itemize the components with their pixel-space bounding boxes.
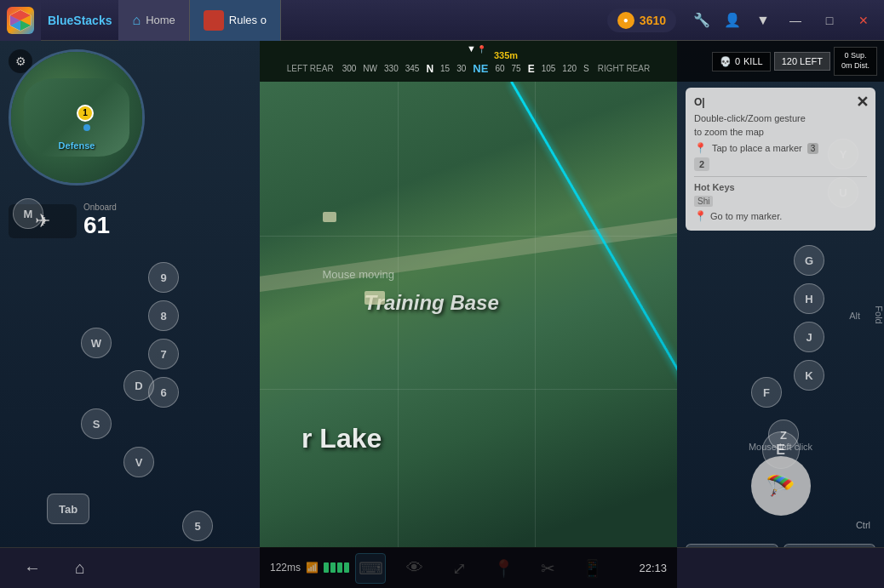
j-key[interactable]: J — [794, 322, 824, 352]
grid-v2 — [535, 82, 536, 547]
kill-label: KILL — [743, 56, 763, 66]
tick-ne: NE — [471, 62, 490, 75]
goto-marker-item: 📍 Go to my marker. — [694, 210, 867, 222]
game-bottom-bar: 122ms 📶 22:13 — [260, 547, 677, 588]
dist-label: 0m Dist. — [841, 61, 870, 71]
shift-row: Shi — [694, 196, 867, 207]
tick-n: N — [424, 63, 435, 75]
popup-divider — [694, 176, 867, 177]
goto-marker-icon: 📍 — [694, 210, 707, 222]
distance-indicator: 335m — [494, 50, 518, 60]
popup-title: O| — [694, 96, 867, 108]
compass-bar: 335m 📍 ▼ LEFT REAR 300 NW 330 345 N 15 3… — [260, 41, 677, 82]
skull-icon: 💀 — [720, 56, 732, 67]
battery-seg-4 — [344, 562, 349, 573]
popup-close-button[interactable]: ✕ — [856, 93, 869, 111]
home-tab-label: Home — [146, 14, 175, 26]
hud-bar: 💀 0 KILL 120 LEFT 0 Sup. 0m Dist. — [677, 41, 884, 82]
z-key[interactable]: Z — [768, 420, 799, 450]
s-key[interactable]: S — [81, 408, 112, 439]
grid-h2 — [260, 389, 677, 390]
app-logo — [0, 0, 41, 41]
tab-game[interactable]: Rules o — [190, 0, 281, 41]
h-key[interactable]: H — [794, 283, 824, 314]
9-key[interactable]: 9 — [148, 262, 179, 293]
tick-75: 75 — [510, 64, 523, 73]
tab-home[interactable]: ⌂ Home — [118, 0, 189, 41]
title-bar: BlueStacks ⌂ Home Rules o ● 3610 🔧 👤 ▼ —… — [0, 0, 884, 41]
marker-row: 📍 Tap to place a marker 3 — [694, 142, 867, 154]
d-key[interactable]: D — [123, 370, 154, 401]
players-left-badge: 120 LEFT — [774, 52, 830, 71]
wrench-icon[interactable]: 🔧 — [690, 9, 714, 32]
popup-instruction-1: Double-click/Zoom gesture — [694, 111, 867, 125]
bluestacks-logo — [7, 7, 34, 34]
v-key[interactable]: V — [123, 447, 154, 477]
tab-key[interactable]: Tab — [47, 494, 89, 524]
battery-bar — [324, 562, 349, 573]
ctrl-key-label: Ctrl — [856, 520, 870, 530]
5-key[interactable]: 5 — [182, 511, 213, 541]
hotkeys-title: Hot Keys — [694, 182, 867, 192]
shift-badge: 3 — [807, 143, 819, 154]
right-panel: 💀 0 KILL 120 LEFT 0 Sup. 0m Dist. ✕ O| D… — [677, 41, 884, 588]
w-key[interactable]: W — [81, 328, 112, 358]
home-button[interactable]: ⌂ — [65, 553, 95, 584]
game-viewport[interactable]: 335m 📍 ▼ LEFT REAR 300 NW 330 345 N 15 3… — [260, 41, 677, 588]
f-key[interactable]: F — [751, 377, 782, 408]
plane-icon: ✈ — [9, 204, 77, 238]
back-button[interactable]: ← — [17, 553, 48, 584]
coin-display: ● 3610 — [607, 9, 676, 32]
onboard-section: ✈ Onboard 61 — [9, 203, 117, 239]
tick-30: 30 — [455, 64, 468, 73]
left-panel: ⚙ 1 Defense ✈ Onboard 61 M W — [0, 41, 260, 588]
taskbar-left: ← ⌂ — [17, 553, 95, 584]
onboard-label: Onboard — [83, 203, 117, 212]
fold-label[interactable]: Fold — [874, 305, 884, 323]
compass-content: 335m 📍 ▼ LEFT REAR 300 NW 330 345 N 15 3… — [260, 57, 677, 78]
minimize-button[interactable]: — — [782, 7, 809, 34]
profile-icon[interactable]: 👤 — [720, 9, 744, 32]
kill-count: 0 — [735, 56, 740, 66]
compass-ticks: LEFT REAR 300 NW 330 345 N 15 30 NE 60 7… — [267, 59, 670, 78]
ping-display: 122ms 📶 — [270, 562, 349, 574]
8-key[interactable]: 8 — [148, 300, 179, 331]
onboard-count: 61 — [83, 212, 117, 239]
building-1 — [323, 212, 336, 222]
num-row: 2 — [694, 157, 867, 171]
left-label: LEFT — [800, 56, 823, 66]
brand-name: BlueStacks — [41, 14, 118, 27]
parachute-icon: 🪂 — [766, 472, 795, 500]
left-count: 120 — [782, 56, 797, 66]
tick-s: S — [582, 64, 591, 73]
game-map[interactable]: Training Base r Lake Mouse moving — [260, 82, 677, 547]
instruction-2-text: to zoom the map — [694, 127, 764, 137]
num-2: 2 — [694, 157, 709, 171]
title-actions: 🔧 👤 ▼ — □ ✕ — [683, 7, 884, 34]
close-button[interactable]: ✕ — [850, 7, 877, 34]
kill-badge: 💀 0 KILL — [712, 52, 771, 71]
battery-seg-2 — [330, 562, 336, 573]
7-key[interactable]: 7 — [148, 339, 179, 369]
lake-label: r Lake — [301, 423, 382, 454]
building-2 — [365, 291, 385, 305]
ping-value: 122ms — [270, 562, 301, 574]
goto-marker-label: Go to my marker. — [710, 211, 782, 221]
time-display: 22:13 — [639, 562, 667, 574]
menu-arrow-icon[interactable]: ▼ — [751, 9, 775, 32]
tick-60: 60 — [493, 64, 506, 73]
k-key[interactable]: K — [794, 360, 824, 391]
minimap[interactable]: 1 Defense — [9, 49, 145, 186]
battery-seg-1 — [324, 562, 329, 573]
marker-instruction: Tap to place a marker — [712, 143, 802, 153]
g-key[interactable]: G — [794, 245, 824, 276]
popup-panel: ✕ O| Double-click/Zoom gesture to zoom t… — [686, 88, 875, 231]
location-pin-icon: 📍 — [477, 45, 486, 54]
parachute-button[interactable]: 🪂 — [751, 456, 811, 516]
tick-345: 345 — [404, 64, 422, 73]
tick-e: E — [526, 63, 537, 75]
coin-amount: 3610 — [640, 14, 666, 27]
maximize-button[interactable]: □ — [816, 7, 843, 34]
6-key[interactable]: 6 — [148, 377, 179, 408]
game-tab-label: Rules o — [229, 14, 267, 26]
